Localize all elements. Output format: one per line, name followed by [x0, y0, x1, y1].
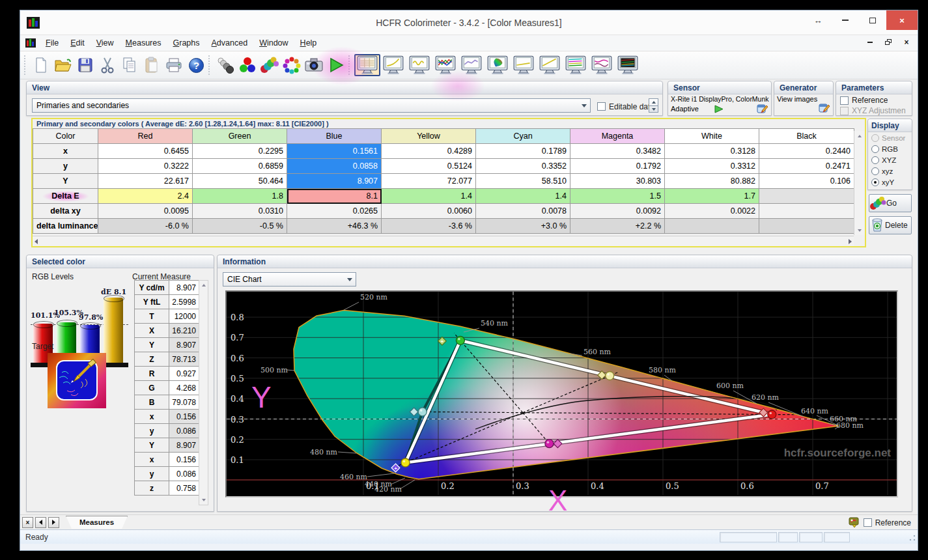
scroll-left-arrow[interactable] — [35, 239, 38, 244]
scroll-down-arrow[interactable] — [199, 496, 208, 505]
cell-magenta-delta-e[interactable]: 1.5 — [570, 189, 665, 204]
spheres-color-button[interactable] — [259, 55, 281, 76]
cell-magenta-x[interactable]: 0.3482 — [570, 144, 665, 159]
menu-edit[interactable]: Edit — [64, 35, 91, 51]
cell-yellow-y[interactable]: 0.5124 — [382, 159, 476, 174]
cell-red-delta-xy[interactable]: 0.0095 — [98, 204, 193, 219]
cell-red-delta-e[interactable]: 2.4 — [98, 189, 193, 204]
display-option-xyz[interactable]: xyz — [868, 165, 912, 176]
copy-button[interactable] — [119, 55, 141, 76]
cell-blue-delta-e[interactable]: 8.1 — [287, 189, 382, 204]
next-tab-button[interactable] — [48, 517, 59, 528]
menu-measures[interactable]: Measures — [120, 35, 167, 51]
open-button[interactable] — [52, 55, 74, 76]
print-button[interactable] — [163, 55, 185, 76]
cell-green-delta-luminance[interactable]: -0.5 % — [193, 219, 287, 234]
minimize-button[interactable] — [832, 10, 859, 30]
cell-black-delta-xy[interactable] — [759, 204, 854, 219]
mdi-minimize-button[interactable] — [864, 37, 876, 48]
prev-tab-button[interactable] — [35, 517, 46, 528]
cell-black-delta-e[interactable] — [759, 189, 854, 204]
cell-yellow-x[interactable]: 0.4289 — [382, 144, 476, 159]
mdi-close-button[interactable]: × — [901, 37, 912, 48]
maximize-button[interactable] — [859, 10, 886, 30]
cell-cyan-delta-luminance[interactable]: +3.0 % — [476, 219, 570, 234]
reference-checkbox[interactable]: Reference — [864, 516, 911, 528]
cell-blue-delta-luminance[interactable]: +46.3 % — [287, 219, 382, 234]
cell-cyan-y[interactable]: 58.510 — [476, 174, 570, 189]
view-dark-lines-button[interactable] — [615, 54, 641, 76]
go-button[interactable]: Go — [869, 194, 912, 212]
help-button[interactable]: ? — [185, 55, 207, 76]
cell-black-y[interactable]: 0.2471 — [759, 159, 854, 174]
cell-green-y[interactable]: 0.6859 — [193, 159, 287, 174]
display-option-xyz[interactable]: XYZ — [868, 154, 912, 165]
reference-checkbox[interactable]: Reference — [840, 95, 906, 105]
cell-green-delta-xy[interactable]: 0.0310 — [193, 204, 287, 219]
paste-button[interactable] — [141, 55, 163, 76]
mdi-restore-button[interactable] — [882, 37, 894, 48]
arrange-button[interactable]: ↔ — [804, 10, 832, 30]
cell-magenta-y[interactable]: 0.1792 — [570, 159, 665, 174]
cell-blue-delta-xy[interactable]: 0.0265 — [287, 204, 382, 219]
cell-cyan-x[interactable]: 0.1789 — [476, 144, 570, 159]
cell-yellow-delta-e[interactable]: 1.4 — [382, 189, 476, 204]
play-button[interactable] — [325, 55, 347, 76]
display-option-rgb[interactable]: RGB — [868, 143, 912, 154]
view-gamma-curve-button[interactable] — [380, 54, 406, 76]
table-horizontal-scrollbar[interactable] — [33, 236, 854, 246]
view-magenta-lines-button[interactable] — [589, 54, 615, 76]
cell-red-delta-luminance[interactable]: -6.0 % — [98, 219, 193, 234]
chart-type-dropdown[interactable]: CIE Chart — [223, 272, 356, 287]
cell-magenta-delta-xy[interactable]: 0.0092 — [570, 204, 665, 219]
view-gamma-ramp-button[interactable] — [537, 54, 563, 76]
menu-graphs[interactable]: Graphs — [167, 35, 206, 51]
view-line-chart-button[interactable] — [458, 54, 485, 76]
view-dropdown[interactable]: Primaries and secondaries — [32, 98, 591, 113]
cell-blue-y[interactable]: 8.907 — [287, 174, 382, 189]
cell-white-delta-xy[interactable]: 0.0022 — [665, 204, 759, 219]
cell-white-delta-e[interactable]: 1.7 — [665, 189, 759, 204]
cell-yellow-y[interactable]: 72.077 — [382, 174, 476, 189]
scroll-up-arrow[interactable] — [199, 281, 208, 290]
cell-black-y[interactable]: 0.106 — [759, 174, 854, 189]
cell-green-y[interactable]: 50.464 — [193, 174, 287, 189]
view-table-view-button[interactable] — [354, 54, 380, 76]
cell-blue-y[interactable]: 0.0858 — [287, 159, 382, 174]
sensor-config-icon[interactable] — [757, 103, 768, 114]
cut-button[interactable] — [96, 55, 119, 76]
scroll-right-arrow[interactable] — [849, 239, 852, 244]
cell-white-y[interactable]: 80.882 — [665, 174, 759, 189]
close-button[interactable]: × — [886, 10, 918, 30]
spheres-ring-button[interactable] — [281, 55, 303, 76]
menu-window[interactable]: Window — [253, 35, 294, 51]
cell-black-x[interactable]: 0.2440 — [759, 144, 854, 159]
cell-red-x[interactable]: 0.6455 — [98, 144, 193, 159]
scroll-up-arrow[interactable] — [854, 131, 864, 141]
view-cie-diagram-button[interactable] — [485, 54, 511, 76]
cell-green-x[interactable]: 0.2295 — [193, 144, 287, 159]
spheres-rgb-button[interactable] — [236, 55, 259, 76]
delete-button[interactable]: Delete — [869, 216, 912, 234]
menu-file[interactable]: File — [40, 35, 64, 51]
editable-data-checkbox[interactable]: Editable data — [597, 100, 654, 112]
menu-help[interactable]: Help — [294, 35, 323, 51]
sensor-start-icon[interactable] — [714, 105, 724, 113]
cell-green-delta-e[interactable]: 1.8 — [193, 189, 287, 204]
scroll-down-arrow[interactable] — [854, 225, 864, 235]
view-rgb-lines-button[interactable] — [432, 54, 458, 76]
new-button[interactable] — [30, 55, 52, 76]
resize-grip[interactable] — [908, 534, 916, 542]
cell-cyan-y[interactable]: 0.3352 — [476, 159, 570, 174]
cell-black-delta-luminance[interactable] — [759, 219, 854, 234]
measure-scrollbar[interactable] — [199, 280, 208, 505]
table-vertical-scrollbar[interactable] — [854, 131, 864, 235]
cell-cyan-delta-xy[interactable]: 0.0078 — [476, 204, 570, 219]
cell-red-y[interactable]: 0.3222 — [98, 159, 193, 174]
save-button[interactable] — [74, 55, 96, 76]
menu-view[interactable]: View — [91, 35, 120, 51]
rows-spinner[interactable] — [649, 98, 658, 113]
cell-blue-x[interactable]: 0.1561 — [287, 144, 382, 159]
close-view-button[interactable]: × — [22, 517, 33, 528]
cell-white-x[interactable]: 0.3128 — [665, 144, 759, 159]
